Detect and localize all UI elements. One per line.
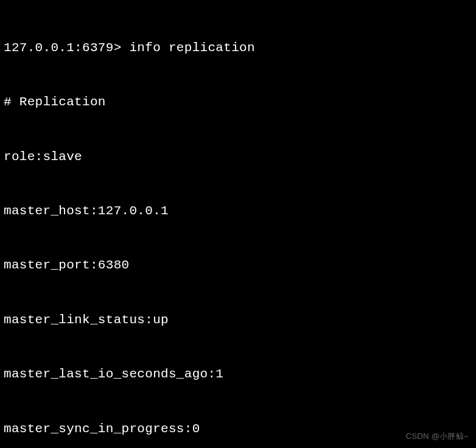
output-line: master_host:127.0.0.1 <box>4 202 472 220</box>
prompt: 127.0.0.1:6379> <box>4 41 122 55</box>
command-text: info replication <box>129 41 254 55</box>
output-line: master_sync_in_progress:0 <box>4 420 472 438</box>
output-line: role:slave <box>4 148 472 166</box>
replication-header: # Replication <box>4 93 472 111</box>
output-line: master_link_status:up <box>4 311 472 329</box>
watermark: CSDN @小胖鲸~ <box>406 431 469 442</box>
output-line: master_last_io_seconds_ago:1 <box>4 365 472 383</box>
command-line: 127.0.0.1:6379> info replication <box>4 39 472 57</box>
terminal-output[interactable]: 127.0.0.1:6379> info replication # Repli… <box>4 2 472 448</box>
output-line: master_port:6380 <box>4 256 472 275</box>
